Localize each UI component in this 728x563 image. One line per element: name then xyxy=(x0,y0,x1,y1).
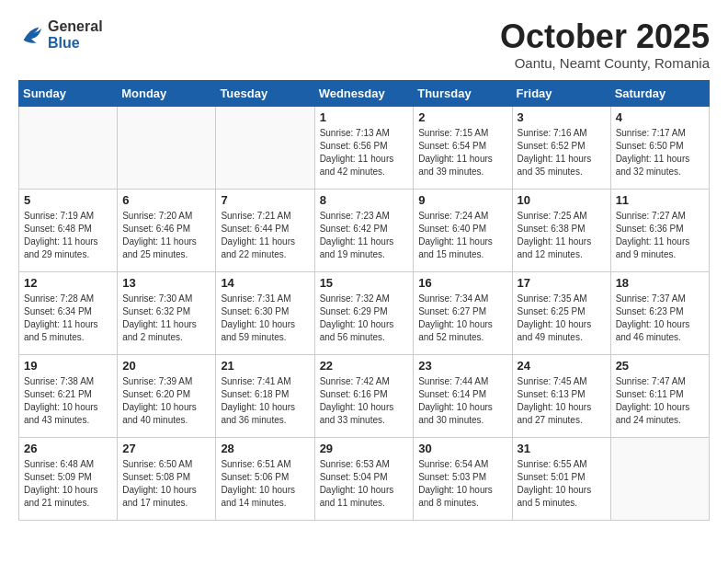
day-info: Sunrise: 7:27 AM Sunset: 6:36 PM Dayligh… xyxy=(616,210,704,261)
day-number: 26 xyxy=(24,442,112,455)
calendar-cell: 13Sunrise: 7:30 AM Sunset: 6:32 PM Dayli… xyxy=(118,271,216,354)
day-info: Sunrise: 7:24 AM Sunset: 6:40 PM Dayligh… xyxy=(418,210,506,261)
day-info: Sunrise: 7:21 AM Sunset: 6:44 PM Dayligh… xyxy=(221,210,309,261)
logo-text: General Blue xyxy=(48,18,103,52)
day-number: 28 xyxy=(221,442,309,455)
day-number: 15 xyxy=(320,276,409,290)
calendar-cell: 2Sunrise: 7:15 AM Sunset: 6:54 PM Daylig… xyxy=(414,106,512,189)
day-info: Sunrise: 7:25 AM Sunset: 6:38 PM Dayligh… xyxy=(518,210,606,261)
calendar-cell: 1Sunrise: 7:13 AM Sunset: 6:56 PM Daylig… xyxy=(314,106,414,189)
day-info: Sunrise: 7:23 AM Sunset: 6:42 PM Dayligh… xyxy=(320,210,409,261)
calendar-table: SundayMondayTuesdayWednesdayThursdayFrid… xyxy=(18,80,710,521)
day-info: Sunrise: 7:16 AM Sunset: 6:52 PM Dayligh… xyxy=(518,127,606,178)
day-info: Sunrise: 7:31 AM Sunset: 6:30 PM Dayligh… xyxy=(221,293,309,344)
calendar-header-row: SundayMondayTuesdayWednesdayThursdayFrid… xyxy=(19,80,710,106)
day-info: Sunrise: 7:20 AM Sunset: 6:46 PM Dayligh… xyxy=(122,210,210,261)
col-header-saturday: Saturday xyxy=(610,80,709,106)
day-number: 6 xyxy=(122,193,210,207)
calendar-cell: 10Sunrise: 7:25 AM Sunset: 6:38 PM Dayli… xyxy=(512,189,610,271)
day-number: 22 xyxy=(320,359,409,373)
day-info: Sunrise: 7:13 AM Sunset: 6:56 PM Dayligh… xyxy=(320,127,409,178)
month-title: October 2025 xyxy=(500,18,710,55)
day-number: 30 xyxy=(418,442,506,455)
calendar-cell: 5Sunrise: 7:19 AM Sunset: 6:48 PM Daylig… xyxy=(19,189,118,271)
day-number: 25 xyxy=(616,359,704,373)
calendar-cell: 29Sunrise: 6:53 AM Sunset: 5:04 PM Dayli… xyxy=(314,437,414,520)
calendar-cell: 14Sunrise: 7:31 AM Sunset: 6:30 PM Dayli… xyxy=(216,271,314,354)
day-number: 14 xyxy=(221,276,309,290)
day-info: Sunrise: 7:35 AM Sunset: 6:25 PM Dayligh… xyxy=(518,293,606,344)
day-number: 12 xyxy=(24,276,112,290)
day-number: 11 xyxy=(616,193,704,207)
day-number: 9 xyxy=(418,193,506,207)
day-number: 23 xyxy=(418,359,506,373)
day-info: Sunrise: 6:55 AM Sunset: 5:01 PM Dayligh… xyxy=(518,458,606,510)
col-header-sunday: Sunday xyxy=(19,80,118,106)
day-info: Sunrise: 7:34 AM Sunset: 6:27 PM Dayligh… xyxy=(418,293,506,344)
day-number: 5 xyxy=(24,193,112,207)
calendar-week-5: 26Sunrise: 6:48 AM Sunset: 5:09 PM Dayli… xyxy=(19,437,710,520)
day-number: 13 xyxy=(122,276,210,290)
day-info: Sunrise: 6:53 AM Sunset: 5:04 PM Dayligh… xyxy=(320,458,409,510)
calendar-cell: 22Sunrise: 7:42 AM Sunset: 6:16 PM Dayli… xyxy=(314,354,414,437)
day-number: 1 xyxy=(320,110,409,124)
logo: General Blue xyxy=(18,18,103,52)
calendar-cell xyxy=(216,106,314,189)
day-number: 4 xyxy=(616,110,704,124)
calendar-cell: 9Sunrise: 7:24 AM Sunset: 6:40 PM Daylig… xyxy=(414,189,512,271)
calendar-cell: 12Sunrise: 7:28 AM Sunset: 6:34 PM Dayli… xyxy=(19,271,118,354)
calendar-cell: 27Sunrise: 6:50 AM Sunset: 5:08 PM Dayli… xyxy=(118,437,216,520)
calendar-cell: 28Sunrise: 6:51 AM Sunset: 5:06 PM Dayli… xyxy=(216,437,314,520)
day-info: Sunrise: 7:45 AM Sunset: 6:13 PM Dayligh… xyxy=(518,375,606,427)
calendar-cell: 15Sunrise: 7:32 AM Sunset: 6:29 PM Dayli… xyxy=(314,271,414,354)
day-info: Sunrise: 6:50 AM Sunset: 5:08 PM Dayligh… xyxy=(122,458,210,510)
calendar-cell: 17Sunrise: 7:35 AM Sunset: 6:25 PM Dayli… xyxy=(512,271,610,354)
calendar-cell xyxy=(19,106,118,189)
col-header-monday: Monday xyxy=(118,80,216,106)
day-number: 7 xyxy=(221,193,309,207)
calendar-cell: 11Sunrise: 7:27 AM Sunset: 6:36 PM Dayli… xyxy=(610,189,709,271)
day-info: Sunrise: 7:41 AM Sunset: 6:18 PM Dayligh… xyxy=(221,375,309,427)
day-info: Sunrise: 7:44 AM Sunset: 6:14 PM Dayligh… xyxy=(418,375,506,427)
col-header-wednesday: Wednesday xyxy=(314,80,414,106)
title-block: October 2025 Oantu, Neamt County, Romani… xyxy=(500,18,710,71)
calendar-cell: 7Sunrise: 7:21 AM Sunset: 6:44 PM Daylig… xyxy=(216,189,314,271)
day-info: Sunrise: 7:39 AM Sunset: 6:20 PM Dayligh… xyxy=(122,375,210,427)
calendar-week-4: 19Sunrise: 7:38 AM Sunset: 6:21 PM Dayli… xyxy=(19,354,710,437)
day-number: 19 xyxy=(24,359,112,373)
calendar-cell: 24Sunrise: 7:45 AM Sunset: 6:13 PM Dayli… xyxy=(512,354,610,437)
day-info: Sunrise: 7:28 AM Sunset: 6:34 PM Dayligh… xyxy=(24,293,112,344)
day-info: Sunrise: 7:32 AM Sunset: 6:29 PM Dayligh… xyxy=(320,293,409,344)
day-number: 24 xyxy=(518,359,606,373)
day-number: 29 xyxy=(320,442,409,455)
calendar-cell: 6Sunrise: 7:20 AM Sunset: 6:46 PM Daylig… xyxy=(118,189,216,271)
day-number: 10 xyxy=(518,193,606,207)
day-info: Sunrise: 6:51 AM Sunset: 5:06 PM Dayligh… xyxy=(221,458,309,510)
day-info: Sunrise: 7:30 AM Sunset: 6:32 PM Dayligh… xyxy=(122,293,210,344)
day-number: 31 xyxy=(518,442,606,455)
day-info: Sunrise: 7:47 AM Sunset: 6:11 PM Dayligh… xyxy=(616,375,704,427)
calendar-cell: 19Sunrise: 7:38 AM Sunset: 6:21 PM Dayli… xyxy=(19,354,118,437)
col-header-friday: Friday xyxy=(512,80,610,106)
day-info: Sunrise: 6:48 AM Sunset: 5:09 PM Dayligh… xyxy=(24,458,112,510)
day-number: 8 xyxy=(320,193,409,207)
day-info: Sunrise: 7:38 AM Sunset: 6:21 PM Dayligh… xyxy=(24,375,112,427)
logo-bird-icon xyxy=(18,22,44,48)
day-number: 17 xyxy=(518,276,606,290)
day-info: Sunrise: 7:15 AM Sunset: 6:54 PM Dayligh… xyxy=(418,127,506,178)
location: Oantu, Neamt County, Romania xyxy=(500,55,710,71)
day-info: Sunrise: 6:54 AM Sunset: 5:03 PM Dayligh… xyxy=(418,458,506,510)
day-info: Sunrise: 7:37 AM Sunset: 6:23 PM Dayligh… xyxy=(616,293,704,344)
day-info: Sunrise: 7:19 AM Sunset: 6:48 PM Dayligh… xyxy=(24,210,112,261)
day-number: 2 xyxy=(418,110,506,124)
day-number: 20 xyxy=(122,359,210,373)
day-number: 27 xyxy=(122,442,210,455)
calendar-cell: 3Sunrise: 7:16 AM Sunset: 6:52 PM Daylig… xyxy=(512,106,610,189)
calendar-cell: 8Sunrise: 7:23 AM Sunset: 6:42 PM Daylig… xyxy=(314,189,414,271)
calendar-cell: 31Sunrise: 6:55 AM Sunset: 5:01 PM Dayli… xyxy=(512,437,610,520)
page-header: General Blue October 2025 Oantu, Neamt C… xyxy=(18,18,710,71)
calendar-cell: 18Sunrise: 7:37 AM Sunset: 6:23 PM Dayli… xyxy=(610,271,709,354)
day-info: Sunrise: 7:42 AM Sunset: 6:16 PM Dayligh… xyxy=(320,375,409,427)
calendar-cell: 26Sunrise: 6:48 AM Sunset: 5:09 PM Dayli… xyxy=(19,437,118,520)
calendar-week-2: 5Sunrise: 7:19 AM Sunset: 6:48 PM Daylig… xyxy=(19,189,710,271)
